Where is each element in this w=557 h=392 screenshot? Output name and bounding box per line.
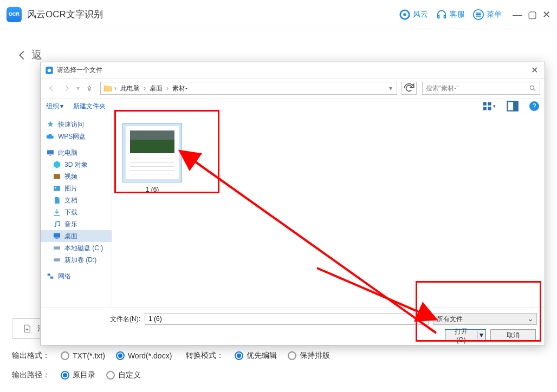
headset-icon [436, 9, 448, 21]
tree-item[interactable]: 3D 对象 [41, 159, 112, 171]
link-menu[interactable]: 菜单 [472, 9, 502, 21]
dialog-close-button[interactable]: ✕ [529, 65, 540, 75]
svg-rect-21 [55, 238, 58, 238]
radio-txt[interactable]: TXT(*.txt) [61, 351, 105, 360]
search-placeholder: 搜索"素材-" [426, 84, 529, 93]
open-dropdown[interactable]: ▼ [477, 331, 485, 339]
tree-item-label: WPS网盘 [58, 132, 86, 141]
filename-input[interactable] [145, 313, 429, 325]
cloud-icon [46, 132, 55, 141]
radio-mode-edit-label: 优先编辑 [247, 351, 277, 361]
svg-rect-20 [54, 233, 60, 238]
tree-item[interactable]: 图片 [41, 182, 112, 194]
doc-icon [53, 196, 61, 205]
tree-item[interactable]: 此电脑 [41, 147, 112, 159]
tree-item[interactable]: 本地磁盘 (C:) [41, 242, 112, 254]
music-icon [53, 220, 61, 228]
app-title: 风云OCR文字识别 [27, 8, 103, 21]
net-icon [46, 272, 55, 280]
file-list: 1 (6) [112, 114, 545, 307]
svg-rect-7 [483, 102, 487, 105]
open-button-label: 打开(O) [445, 327, 477, 344]
refresh-button[interactable] [401, 82, 417, 95]
file-item-name: 1 (6) [121, 186, 184, 193]
file-filter-select[interactable]: 所有文件 ⌄ [433, 313, 537, 325]
help-button[interactable]: ? [529, 101, 539, 111]
search-input[interactable]: 搜索"素材-" [422, 82, 540, 95]
nav-up-button[interactable] [83, 82, 96, 95]
desktop-icon [53, 232, 61, 240]
disk-icon [53, 244, 61, 252]
tree-item-label: 3D 对象 [64, 160, 88, 169]
svg-rect-15 [54, 174, 60, 179]
radio-mode-keep[interactable]: 保持排版 [288, 351, 330, 361]
dialog-title: 请选择一个文件 [57, 66, 102, 75]
tree-item-label: 此电脑 [58, 148, 77, 158]
tree-item[interactable]: 网络 [41, 270, 112, 282]
window-minimize[interactable]: — [513, 10, 522, 19]
link-support[interactable]: 客服 [436, 9, 465, 21]
svg-rect-24 [48, 273, 50, 276]
svg-rect-14 [49, 155, 51, 155]
address-bar[interactable]: › 此电脑› 桌面› 素材- ▾ [100, 82, 397, 95]
breadcrumb-item[interactable]: 桌面 [147, 84, 165, 93]
back-button[interactable]: 返 [16, 48, 42, 62]
nav-back-button[interactable] [45, 82, 58, 95]
tree-item[interactable]: 音乐 [41, 218, 112, 230]
radio-path-custom[interactable]: 自定义 [106, 370, 141, 380]
dialog-footer: 文件名(N): 所有文件 ⌄ 打开(O) ▼ 取消 [41, 307, 545, 345]
window-maximize[interactable]: ▢ [528, 10, 537, 19]
svg-rect-25 [50, 277, 53, 279]
menu-icon [472, 9, 484, 21]
svg-rect-13 [47, 150, 54, 154]
tree-item[interactable]: 快速访问 [41, 119, 112, 130]
search-icon [529, 84, 536, 92]
svg-rect-8 [488, 102, 491, 105]
tree-item[interactable]: 文档 [41, 194, 112, 206]
chevron-down-icon: ▾ [60, 102, 63, 110]
svg-rect-12 [513, 101, 518, 110]
video-icon [53, 172, 61, 181]
breadcrumb-item[interactable]: 此电脑 [118, 84, 142, 93]
down-icon [53, 208, 61, 217]
file-open-dialog: 请选择一个文件 ✕ ▾ › 此电脑› 桌面› 素材- ▾ 搜索"素材-" [40, 62, 545, 345]
new-folder-button[interactable]: 新建文件夹 [73, 102, 106, 111]
tree-item-label: 新加卷 (D:) [64, 256, 96, 265]
app-titlebar: OCR 风云OCR文字识别 风云 客服 菜单 — ▢ ✕ [0, 0, 557, 29]
nav-history-dropdown[interactable]: ▾ [75, 84, 81, 92]
address-dropdown[interactable]: ▾ [387, 84, 394, 92]
tree-item[interactable]: 下载 [41, 206, 112, 218]
tree-item-label: 快速访问 [58, 120, 84, 129]
svg-point-19 [59, 225, 60, 226]
radio-path-original[interactable]: 原目录 [61, 370, 95, 380]
dialog-nav: ▾ › 此电脑› 桌面› 素材- ▾ 搜索"素材-" [41, 79, 545, 98]
back-label: 返 [31, 48, 42, 62]
window-close[interactable]: ✕ [542, 10, 550, 19]
breadcrumb-item[interactable]: 素材- [170, 84, 190, 93]
chevron-down-icon: ⌄ [528, 315, 533, 323]
tree-item[interactable]: 桌面 [41, 230, 112, 242]
tree-item-label: 音乐 [64, 220, 77, 229]
file-filter-label: 所有文件 [437, 315, 463, 324]
link-menu-label: 菜单 [487, 10, 502, 19]
link-fengyun[interactable]: 风云 [399, 9, 428, 21]
radio-mode-edit[interactable]: 优先编辑 [235, 351, 277, 361]
tree-item-label: 本地磁盘 (C:) [64, 244, 103, 253]
view-mode-button[interactable]: ▾ [482, 101, 496, 111]
preview-pane-button[interactable] [506, 101, 520, 111]
app-small-icon [45, 66, 54, 75]
folder-icon [103, 83, 113, 93]
open-button[interactable]: 打开(O) ▼ [445, 329, 486, 341]
tree-item[interactable]: 新加卷 (D:) [41, 254, 112, 266]
tree-item[interactable]: WPS网盘 [41, 130, 112, 142]
file-item[interactable]: 1 (6) [121, 123, 184, 193]
radio-word[interactable]: Word(*.docx) [116, 351, 172, 360]
nav-forward-button[interactable] [60, 82, 73, 95]
file-plus-icon [22, 324, 32, 334]
svg-point-5 [48, 68, 51, 72]
cancel-button[interactable]: 取消 [490, 329, 536, 341]
organize-button[interactable]: 组织 ▾ [46, 102, 63, 111]
radio-path-custom-label: 自定义 [118, 370, 141, 380]
organize-label: 组织 [46, 102, 59, 111]
tree-item[interactable]: 视频 [41, 171, 112, 182]
